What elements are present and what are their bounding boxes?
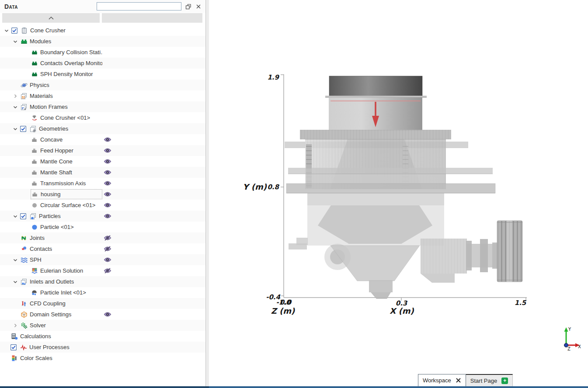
- tree-item-joints[interactable]: Joints: [0, 232, 205, 243]
- chevron-down-icon[interactable]: [12, 38, 20, 45]
- tree-item-content[interactable]: Physics: [20, 80, 102, 90]
- viewport-3d[interactable]: 1.9 0.8 -0.4 Y (m) -1.0 0.0 0.3 1.5 Z (m…: [209, 0, 588, 374]
- chevron-down-icon[interactable]: [12, 279, 20, 285]
- tree-item-content[interactable]: Modules: [20, 37, 102, 46]
- tree-item-motion-frames[interactable]: Motion Frames: [0, 101, 205, 112]
- tab-start-page[interactable]: Start Page +: [466, 374, 513, 386]
- tree-item-geometries[interactable]: Geometries: [0, 123, 205, 134]
- tree-item-sph[interactable]: SPH: [0, 254, 205, 265]
- tree-item-content[interactable]: Calculations: [10, 332, 102, 341]
- tree-item-concave[interactable]: Concave: [0, 134, 205, 145]
- tree-item-content[interactable]: Particle Inlet <01>: [31, 288, 102, 297]
- panel-splitter[interactable]: [205, 0, 209, 386]
- chevron-right-icon[interactable]: [12, 93, 20, 99]
- tree-item-content[interactable]: Circular Surface <01>: [31, 201, 102, 210]
- tree-item-content[interactable]: User Processes: [20, 343, 102, 352]
- tree-item-content[interactable]: Joints: [20, 233, 102, 242]
- tree-item-content[interactable]: Boundary Collision Stati…: [31, 48, 102, 57]
- chevron-down-icon[interactable]: [12, 257, 20, 263]
- tree-item-domain-settings[interactable]: Domain Settings: [0, 309, 205, 320]
- tree-item-user-processes[interactable]: User Processes: [0, 342, 205, 353]
- tree-item-solver[interactable]: Solver: [0, 320, 205, 331]
- tree-item-content[interactable]: Particles: [29, 211, 102, 221]
- tree-item-content[interactable]: Concave: [31, 135, 102, 144]
- tree-item-content[interactable]: Cone Crusher <01>: [31, 113, 102, 122]
- tree-item-content[interactable]: Geometries: [29, 124, 102, 133]
- tree-item-content[interactable]: Mantle Shaft: [31, 168, 102, 177]
- tree-item-content[interactable]: Domain Settings: [20, 310, 102, 319]
- tree-item-content[interactable]: Contacts Overlap Monitor: [31, 59, 102, 68]
- tree-item-feed-hopper[interactable]: Feed Hopper: [0, 145, 205, 156]
- tree-item-physics[interactable]: Physics: [0, 80, 205, 90]
- tree-item-content[interactable]: Motion Frames: [20, 102, 102, 111]
- eye-visible-icon[interactable]: [104, 191, 111, 197]
- tree-item-content[interactable]: CFD Coupling: [20, 299, 102, 308]
- tree-item-content[interactable]: SPH: [20, 255, 102, 264]
- eye-visible-icon[interactable]: [104, 148, 111, 153]
- eye-visible-icon[interactable]: [104, 137, 111, 142]
- tree-item-transmission-axis[interactable]: Transmission Axis: [0, 178, 205, 189]
- tree-item-content[interactable]: Cone Crusher: [21, 26, 102, 35]
- tree-item-content[interactable]: Materials: [20, 91, 102, 100]
- tree-item-boundary-collision-stati[interactable]: Boundary Collision Stati…: [0, 47, 205, 58]
- tree-item-content[interactable]: Solver: [20, 321, 102, 330]
- tree-item-mantle-cone[interactable]: Mantle Cone: [0, 156, 205, 167]
- tree-item-particles[interactable]: Particles: [0, 211, 205, 222]
- tree-item-content[interactable]: Mantle Cone: [31, 157, 102, 166]
- cone-crusher-model[interactable]: [285, 76, 522, 299]
- tree-item-particle-01[interactable]: Particle <01>: [0, 222, 205, 232]
- tree-item-eulerian-solution[interactable]: Eulerian Solution: [0, 265, 205, 276]
- tree-item-content[interactable]: housing: [31, 189, 102, 199]
- checkbox-checked[interactable]: [20, 126, 26, 132]
- tree-item-particle-inlet-01[interactable]: Particle Inlet <01>: [0, 287, 205, 298]
- tab-workspace[interactable]: Workspace: [418, 374, 466, 386]
- eye-visible-icon[interactable]: [104, 312, 111, 317]
- eye-hidden-icon[interactable]: [104, 268, 111, 274]
- tree-item-content[interactable]: Particle <01>: [31, 222, 102, 232]
- checkbox-checked[interactable]: [20, 213, 26, 219]
- tree-item-materials[interactable]: Materials: [0, 90, 205, 101]
- chevron-down-icon[interactable]: [12, 126, 20, 132]
- chevron-down-icon[interactable]: [12, 213, 20, 219]
- float-panel-icon[interactable]: [185, 3, 191, 10]
- tree-item-circular-surface-01[interactable]: Circular Surface <01>: [0, 200, 205, 211]
- eye-hidden-icon[interactable]: [104, 246, 111, 252]
- eye-visible-icon[interactable]: [104, 202, 111, 208]
- chevron-right-icon[interactable]: [12, 322, 20, 329]
- eye-visible-icon[interactable]: [104, 170, 111, 175]
- tree-item-modules[interactable]: Modules: [0, 36, 205, 47]
- tree-item-contacts-overlap-monitor[interactable]: Contacts Overlap Monitor: [0, 58, 205, 69]
- tree-item-mantle-shaft[interactable]: Mantle Shaft: [0, 167, 205, 178]
- tree-item-content[interactable]: Feed Hopper: [31, 146, 102, 155]
- eye-hidden-icon[interactable]: [104, 235, 111, 241]
- tree-item-content[interactable]: SPH Density Monitor: [31, 69, 102, 79]
- eye-visible-icon[interactable]: [104, 159, 111, 164]
- checkbox-checked[interactable]: [11, 28, 17, 34]
- collapsed-header-left[interactable]: [2, 13, 100, 23]
- search-input[interactable]: [97, 2, 181, 10]
- tree-item-content[interactable]: Contacts: [20, 244, 102, 253]
- tree-item-housing[interactable]: housing: [0, 189, 205, 200]
- scene-canvas[interactable]: 1.9 0.8 -0.4 Y (m) -1.0 0.0 0.3 1.5 Z (m…: [209, 0, 588, 374]
- tree-item-color-scales[interactable]: Color Scales: [0, 353, 205, 364]
- tree-item-content[interactable]: Color Scales: [10, 353, 102, 363]
- collapsed-header-right[interactable]: [102, 13, 202, 23]
- tree-item-contacts[interactable]: Contacts: [0, 243, 205, 254]
- tree-item-sph-density-monitor[interactable]: SPH Density Monitor: [0, 69, 205, 80]
- tree-item-content[interactable]: Inlets and Outlets: [20, 277, 102, 286]
- chevron-down-icon[interactable]: [3, 28, 11, 34]
- close-panel-icon[interactable]: [195, 3, 202, 10]
- tree-item-content[interactable]: Eulerian Solution: [31, 266, 102, 275]
- tree-item-cone-crusher-01[interactable]: Cone Crusher <01>: [0, 112, 205, 123]
- eye-visible-icon[interactable]: [104, 257, 111, 263]
- tree-item-calculations[interactable]: Calculations: [0, 331, 205, 342]
- tree-item-inlets-and-outlets[interactable]: Inlets and Outlets: [0, 276, 205, 287]
- eye-visible-icon[interactable]: [104, 180, 111, 186]
- tree-item-cone-crusher[interactable]: Cone Crusher: [0, 25, 205, 36]
- chevron-down-icon[interactable]: [12, 104, 20, 110]
- tree-item-content[interactable]: Transmission Axis: [31, 179, 102, 188]
- tree-item-cfd-coupling[interactable]: CFD Coupling: [0, 298, 205, 309]
- close-tab-icon[interactable]: [456, 378, 461, 383]
- add-tab-icon[interactable]: +: [501, 378, 508, 384]
- eye-visible-icon[interactable]: [104, 213, 111, 219]
